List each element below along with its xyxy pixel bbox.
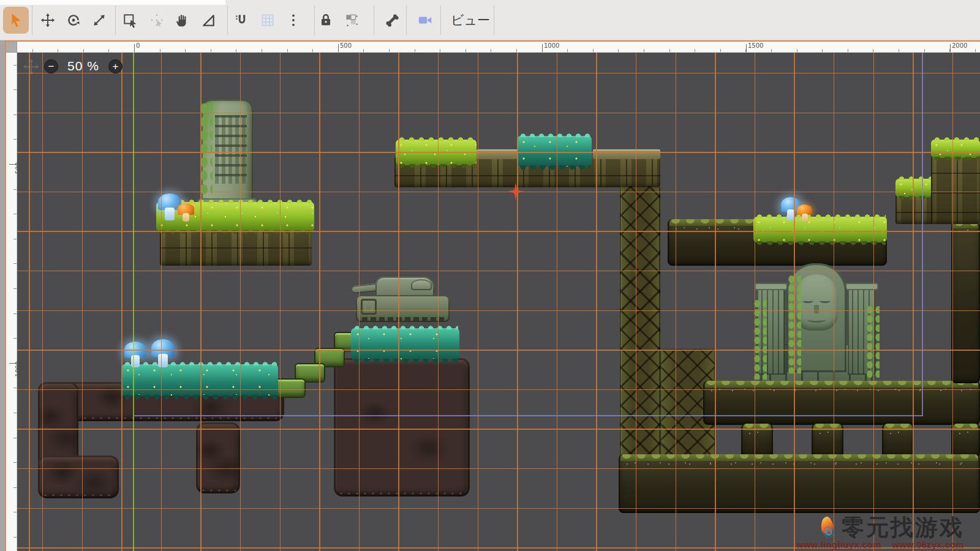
triangle-ruler-icon — [200, 12, 216, 28]
tile-mid-right-beam[interactable] — [703, 381, 980, 425]
tile-far-right-column[interactable] — [951, 222, 980, 383]
ruler-tick — [13, 288, 17, 289]
tile-platform-top-middle-teal-grass[interactable] — [517, 136, 592, 167]
level-canvas[interactable]: − 50 % + 零元找游戏 www.lingliuyx.com www.06z… — [17, 53, 980, 551]
snap-cursor-tool-button[interactable] — [144, 7, 170, 34]
grid-toggle-button[interactable] — [255, 7, 281, 34]
tile-diamond-column[interactable] — [620, 186, 660, 460]
ruler-tick — [312, 49, 313, 52]
ruler-major-tick — [950, 44, 951, 52]
hand-icon — [175, 12, 190, 28]
tile-step-stone[interactable] — [931, 153, 980, 224]
tile-pillar-leg[interactable] — [741, 424, 773, 458]
ruler-tick — [13, 65, 17, 66]
lock-icon — [318, 12, 334, 28]
watermark-url-left: www.lingliuyx.com — [796, 540, 881, 550]
tile-dirt-mass[interactable] — [334, 358, 470, 497]
ruler-tick — [771, 49, 772, 52]
ruler-tick — [363, 49, 364, 52]
ruler-tick — [262, 49, 262, 52]
ruler-tick — [108, 49, 109, 52]
tile-pillar-leg[interactable] — [951, 424, 980, 458]
tile-snap-icon — [344, 12, 360, 28]
tombstone-moss — [200, 103, 213, 208]
measure-tool-button[interactable] — [195, 7, 221, 34]
magnet-snap-tool-button[interactable] — [229, 7, 255, 34]
ruler-tick — [618, 49, 619, 52]
hand-tool-button[interactable] — [170, 7, 195, 34]
statue-eye — [820, 299, 831, 303]
ruler-tick — [13, 413, 17, 413]
ruler-tick — [13, 462, 17, 463]
watermark-title: 零元找游戏 — [842, 516, 964, 539]
select-tool-button[interactable] — [3, 7, 29, 34]
video-camera-icon — [417, 12, 433, 28]
move-icon — [40, 12, 56, 28]
guide-line-green-vertical[interactable] — [133, 53, 134, 551]
ruler-tick — [924, 49, 925, 52]
tile-dirt-middle-leg[interactable] — [196, 422, 240, 493]
toolbar-separator — [115, 6, 116, 35]
ruler-tick — [13, 189, 17, 190]
guide-line-blue-horizontal[interactable] — [133, 415, 923, 416]
tile-bottom-beam[interactable] — [619, 454, 980, 513]
bone-tool-button[interactable] — [379, 7, 405, 34]
tile-teal-platform-left[interactable] — [121, 364, 278, 396]
zoom-in-button[interactable]: + — [108, 59, 123, 73]
ruler-horizontal[interactable]: 0500100015002000 — [17, 42, 980, 53]
snap-cursor-icon — [149, 12, 165, 28]
scale-tool-button[interactable] — [86, 7, 112, 34]
ruler-label: 1500 — [748, 42, 763, 49]
tile-right-beam-grass[interactable] — [753, 217, 887, 242]
statue-face — [795, 274, 838, 331]
tile-platform-top-middle-lime-grass[interactable] — [396, 140, 477, 165]
move-tool-button[interactable] — [35, 7, 61, 34]
rect-select-tool-button[interactable] — [118, 7, 143, 34]
statue-vine — [753, 300, 767, 380]
ruler-tick — [32, 49, 33, 52]
tank-slits — [362, 317, 444, 321]
ruler-tick — [13, 537, 17, 538]
ruler-tick — [211, 49, 211, 52]
more-options-button[interactable] — [281, 7, 306, 34]
tile-tombstone[interactable] — [202, 100, 253, 208]
pan-ghost-icon — [22, 58, 40, 76]
grid-icon — [260, 12, 276, 28]
ruler-corner[interactable] — [6, 42, 17, 53]
lock-tool-button[interactable] — [313, 7, 339, 34]
ruler-tick — [13, 313, 17, 314]
ruler-tick — [822, 49, 823, 52]
ruler-label: 500 — [340, 42, 352, 49]
tile-pillar-leg[interactable] — [882, 424, 914, 458]
tile-dirt-foot[interactable] — [38, 455, 119, 498]
tile-platform-upper-left-grass[interactable] — [156, 202, 314, 231]
ruler-tick — [13, 512, 17, 512]
watermark-flame-logo — [818, 517, 837, 539]
tile-step-grass[interactable] — [931, 140, 980, 158]
view-menu-button[interactable]: ビュー — [442, 7, 499, 34]
ruler-vertical[interactable]: 5001000 — [6, 53, 17, 551]
watermark: 零元找游戏 www.lingliuyx.com www.06zyx.com — [796, 516, 964, 550]
ruler-tick — [13, 139, 17, 140]
rotate-tool-button[interactable] — [61, 7, 86, 34]
toolbar-separator — [227, 6, 228, 35]
tombstone-inscription — [215, 115, 247, 184]
toolbar-separator — [32, 6, 32, 35]
ruler-tick — [491, 49, 491, 52]
rect-select-icon — [123, 12, 138, 28]
watermark-url-right: www.06zyx.com — [892, 540, 964, 550]
vertical-dots-icon — [285, 12, 301, 28]
camera-tool-button[interactable] — [412, 7, 438, 34]
ruler-tick — [13, 114, 17, 115]
tile-stair-step[interactable] — [275, 378, 306, 398]
sprite-statue-face[interactable] — [752, 263, 881, 389]
tile-tank-platform-grass[interactable] — [351, 328, 459, 360]
guide-line-blue-vertical[interactable] — [922, 53, 923, 416]
tile-snap-tool-button[interactable] — [339, 7, 364, 34]
statue-vine — [866, 306, 880, 380]
tile-pillar-leg[interactable] — [812, 424, 843, 458]
toolbar-separator — [494, 6, 494, 35]
ruler-tick — [695, 49, 695, 52]
zoom-out-button[interactable]: − — [44, 59, 58, 73]
ruler-major-tick — [746, 44, 747, 52]
